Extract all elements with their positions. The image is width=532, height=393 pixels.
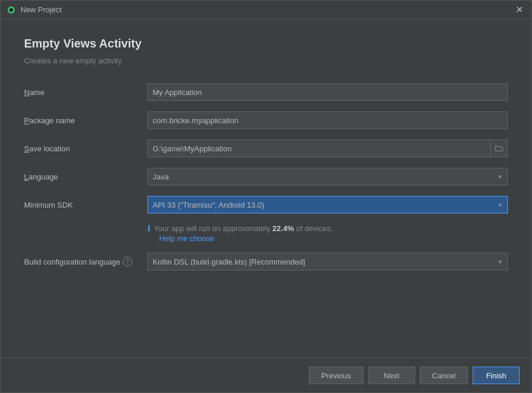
build-config-row: Build configuration language ? Kotlin DS…: [24, 252, 508, 271]
activity-description: Creates a new empty activity: [24, 56, 508, 65]
package-label-text: Package name: [24, 116, 75, 125]
folder-icon: [495, 144, 503, 153]
name-row: Name: [24, 83, 508, 101]
dialog-title: New Project: [21, 5, 62, 14]
build-config-select-wrap: Kotlin DSL (build.gradle.kts) [Recommend…: [147, 253, 508, 270]
new-project-dialog: New Project ✕ Empty Views Activity Creat…: [0, 0, 532, 393]
sdk-percentage: 22.4%: [272, 224, 294, 233]
save-location-input[interactable]: [147, 140, 490, 157]
name-label-text: Name: [24, 88, 45, 97]
language-label-text: Language: [24, 172, 58, 181]
language-label: Language: [24, 172, 147, 181]
min-sdk-select[interactable]: API 33 ("Tiramisu"; Android 13.0) API 32…: [147, 196, 508, 214]
build-config-select[interactable]: Kotlin DSL (build.gradle.kts) [Recommend…: [147, 253, 508, 270]
previous-button[interactable]: Previous: [309, 367, 363, 384]
min-sdk-row: Minimum SDK API 33 ("Tiramisu"; Android …: [24, 195, 508, 214]
titlebar-left: New Project: [6, 5, 62, 15]
min-sdk-label: Minimum SDK: [24, 201, 147, 209]
titlebar: New Project ✕: [1, 1, 531, 19]
language-row: Language Java Kotlin ▼: [24, 167, 508, 186]
build-config-help-icon[interactable]: ?: [123, 257, 132, 266]
help-me-choose-link[interactable]: Help me choose: [159, 234, 508, 243]
close-button[interactable]: ✕: [513, 4, 526, 16]
finish-button[interactable]: Finish: [473, 367, 520, 384]
language-select-wrap: Java Kotlin ▼: [147, 168, 508, 185]
save-location-label: Save location: [24, 144, 147, 153]
android-studio-icon: [6, 5, 16, 15]
save-location-input-group: [147, 140, 508, 157]
next-button[interactable]: Next: [368, 367, 415, 384]
browse-folder-button[interactable]: [490, 140, 508, 157]
svg-point-1: [9, 8, 13, 12]
save-location-row: Save location: [24, 139, 508, 158]
sdk-info-text: Your app will run on approximately 22.4%…: [154, 224, 333, 233]
save-location-label-text: Save location: [24, 144, 70, 153]
sdk-info-row: ℹ Your app will run on approximately 22.…: [147, 223, 508, 233]
name-input[interactable]: [147, 83, 508, 101]
package-row: Package name: [24, 111, 508, 130]
build-config-label-group: Build configuration language ?: [24, 257, 147, 266]
sdk-info-box: ℹ Your app will run on approximately 22.…: [147, 223, 508, 243]
build-config-label-text: Build configuration language: [24, 258, 120, 266]
min-sdk-select-wrap: API 33 ("Tiramisu"; Android 13.0) API 32…: [147, 196, 508, 214]
package-label: Package name: [24, 116, 147, 125]
min-sdk-label-text: Minimum SDK: [24, 201, 73, 209]
info-icon: ℹ: [147, 223, 150, 233]
activity-title: Empty Views Activity: [24, 37, 508, 50]
name-label: Name: [24, 88, 147, 97]
package-input[interactable]: [147, 111, 508, 129]
dialog-footer: Previous Next Cancel Finish: [1, 358, 531, 392]
dialog-content: Empty Views Activity Creates a new empty…: [1, 19, 531, 358]
cancel-button[interactable]: Cancel: [420, 367, 468, 384]
language-select[interactable]: Java Kotlin: [147, 168, 508, 185]
